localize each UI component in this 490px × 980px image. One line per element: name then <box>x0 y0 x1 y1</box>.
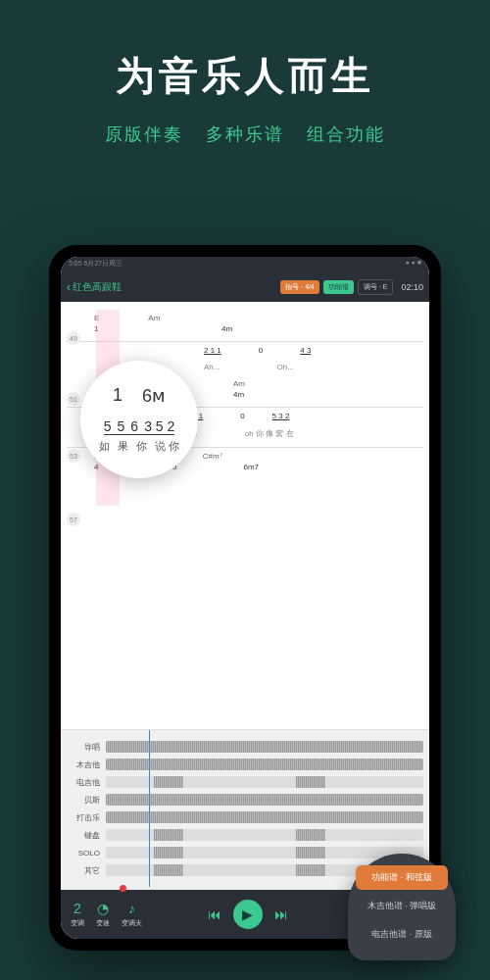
waveform <box>106 829 423 841</box>
notes-row: 4m <box>233 390 423 399</box>
track-row[interactable]: 打击乐 <box>67 808 423 826</box>
waveform <box>106 811 423 823</box>
key-pill[interactable]: 调号 · E <box>358 279 394 295</box>
back-button[interactable]: ‹ 红色高跟鞋 <box>67 280 122 294</box>
playhead-line[interactable] <box>149 730 150 887</box>
time-signature-pill[interactable]: 拍号 · 4/4 <box>280 280 319 294</box>
track-row[interactable]: 贝斯 <box>67 791 423 808</box>
song-title: 红色高跟鞋 <box>73 280 122 294</box>
waveform <box>106 794 423 806</box>
hero-subtitle: 原版伴奏 多种乐谱 组合功能 <box>0 122 490 146</box>
transpose-value: 2 <box>74 901 81 916</box>
waveform <box>106 741 423 753</box>
pitch-icon: ♪ <box>128 901 135 916</box>
score-type-pill[interactable]: 功能谱 <box>323 280 354 294</box>
waveform <box>106 759 423 770</box>
chord-row: EAm <box>94 314 423 322</box>
speed-control[interactable]: ◔ 变速 <box>96 901 110 928</box>
next-button[interactable]: ⏭ <box>274 906 288 922</box>
track-row[interactable]: 键盘 <box>67 826 423 844</box>
score-type-popup: 功能谱 · 和弦版 木吉他谱 · 弹唱版 电吉他谱 · 原版 <box>348 854 456 960</box>
magnifier-lens: 1 6ᴍ 55 63 5 2 如果 你说 你 <box>80 361 198 478</box>
hero-title: 为音乐人而生 <box>0 49 490 103</box>
waveform <box>106 847 423 858</box>
play-button[interactable]: ▶ <box>233 900 263 929</box>
progress-handle[interactable] <box>120 885 126 892</box>
bar-number: 51 <box>67 392 80 406</box>
sheet-music-area[interactable]: EAm 49 1 4m 2 1 1 0 4 3 Ah... Oh... 51 A… <box>61 302 429 729</box>
speed-icon: ◔ <box>97 901 109 916</box>
pitch-control[interactable]: ♪ 变调夫 <box>122 901 142 928</box>
lyrics-row: Ah... Oh... <box>204 363 423 371</box>
notes-row: 1 4m <box>94 324 423 333</box>
bar-number: 53 <box>67 449 80 463</box>
popup-option-chord[interactable]: 功能谱 · 和弦版 <box>356 865 448 890</box>
status-bar: 5:05 6月27日周三 ● ● ■ <box>61 257 429 272</box>
chord-row: Am <box>233 379 423 388</box>
track-row[interactable]: 木吉他 <box>67 756 423 773</box>
track-row[interactable]: 电吉他 <box>67 773 423 791</box>
hero-section: 为音乐人而生 原版伴奏 多种乐谱 组合功能 <box>0 0 490 175</box>
tablet-frame: 5:05 6月27日周三 ● ● ■ ‹ 红色高跟鞋 拍号 · 4/4 功能谱 … <box>49 245 441 951</box>
tablet-screen: 5:05 6月27日周三 ● ● ■ ‹ 红色高跟鞋 拍号 · 4/4 功能谱 … <box>61 257 429 939</box>
bar-number: 57 <box>67 513 80 526</box>
popup-option-electric[interactable]: 电吉他谱 · 原版 <box>356 922 448 947</box>
chevron-left-icon: ‹ <box>67 280 71 294</box>
top-bar: ‹ 红色高跟鞋 拍号 · 4/4 功能谱 调号 · E 02:10 <box>61 272 429 302</box>
bar-number: 49 <box>67 331 80 345</box>
duration-label: 02:10 <box>401 282 423 292</box>
notes-row: 2 1 1 0 4 3 <box>204 346 423 355</box>
transpose-control[interactable]: 2 变调 <box>71 901 84 928</box>
waveform <box>106 776 423 788</box>
popup-option-acoustic[interactable]: 木吉他谱 · 弹唱版 <box>356 894 448 918</box>
track-row[interactable]: 导唱 <box>67 738 423 756</box>
prev-button[interactable]: ⏮ <box>208 906 221 922</box>
track-row[interactable]: SOLO <box>67 844 423 861</box>
